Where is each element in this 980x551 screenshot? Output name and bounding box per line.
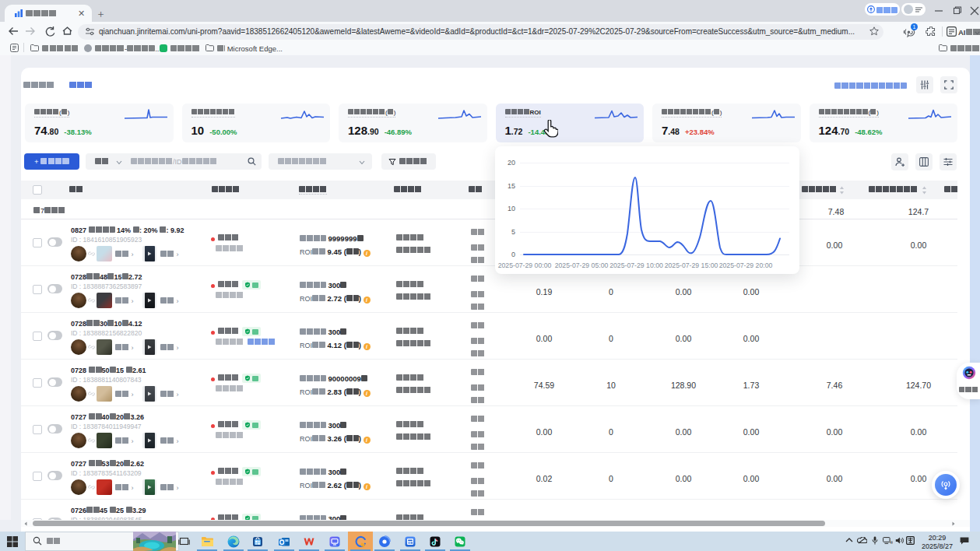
- svg-text:4G: 4G: [890, 540, 893, 544]
